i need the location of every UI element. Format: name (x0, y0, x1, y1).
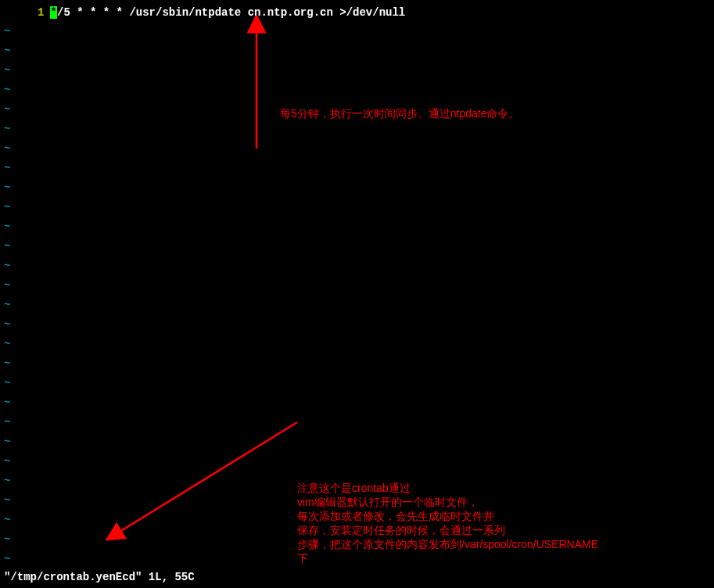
vim-tilde: ~ (4, 45, 10, 57)
annotation-arrow-bottom (102, 414, 305, 547)
vim-tilde: ~ (4, 357, 10, 370)
vim-editor-viewport[interactable]: 1 * /5 * * * * /usr/sbin/ntpdate cn.ntp.… (0, 0, 714, 588)
vim-tilde: ~ (4, 220, 10, 233)
svg-line-3 (113, 422, 297, 536)
vim-tilde: ~ (4, 201, 10, 213)
vim-tilde: ~ (4, 436, 10, 448)
vim-tilde: ~ (4, 162, 10, 174)
vim-tilde: ~ (4, 318, 10, 331)
vim-tilde: ~ (4, 475, 10, 487)
vim-tilde: ~ (4, 514, 10, 526)
vim-tilde: ~ (4, 455, 10, 468)
vim-tilde: ~ (4, 494, 10, 507)
line-number: 1 (38, 6, 44, 19)
vim-tilde: ~ (4, 84, 10, 96)
vim-tilde: ~ (4, 260, 10, 272)
vim-tilde: ~ (4, 377, 10, 389)
vim-tilde: ~ (4, 416, 10, 428)
vim-tilde: ~ (4, 338, 10, 350)
annotation-text-top: 每5分钟，执行一次时间同步。通过ntpdate命令。 (280, 106, 520, 120)
vim-tilde: ~ (4, 279, 10, 292)
vim-tilde: ~ (4, 64, 10, 77)
vim-tilde: ~ (4, 553, 10, 565)
annotation-text-bottom: 注意这个是crontab通过 vim编辑器默认打开的一个临时文件， 每次添加或者… (297, 481, 598, 565)
vim-tilde: ~ (4, 533, 10, 546)
vim-tilde: ~ (4, 123, 10, 135)
vim-tilde: ~ (4, 25, 10, 38)
vim-cursor: * (50, 6, 57, 19)
annotation-arrow-top (242, 16, 274, 156)
vim-tilde: ~ (4, 240, 10, 253)
vim-tilde: ~ (4, 299, 10, 311)
vim-tilde: ~ (4, 396, 10, 409)
vim-tilde: ~ (4, 103, 10, 116)
vim-tilde: ~ (4, 142, 10, 155)
crontab-line: /5 * * * * /usr/sbin/ntpdate cn.ntp.org.… (57, 6, 405, 19)
vim-tilde: ~ (4, 181, 10, 194)
vim-status-bar: "/tmp/crontab.yenEcd" 1L, 55C (4, 571, 195, 583)
